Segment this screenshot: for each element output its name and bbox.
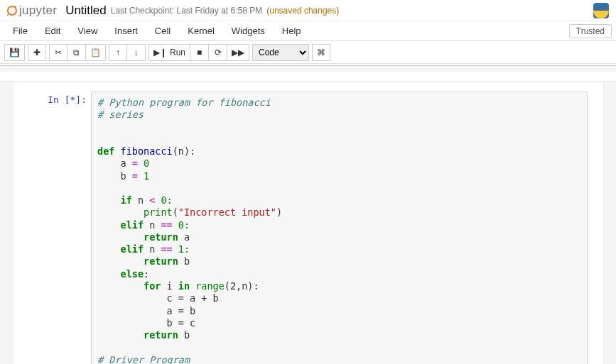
fast-forward-icon: ▶▶: [232, 48, 244, 57]
stop-icon: ■: [197, 48, 202, 57]
menu-help[interactable]: Help: [274, 22, 310, 40]
move-up-button[interactable]: ↑: [109, 44, 127, 61]
save-button[interactable]: 💾: [4, 44, 25, 61]
menu-view[interactable]: View: [69, 22, 106, 40]
notebook-scroll[interactable]: In [*]: # Python program for fibonacci #…: [0, 65, 616, 364]
jupyter-logo: jupyter: [7, 4, 57, 18]
copy-button[interactable]: ⧉: [67, 44, 86, 61]
plus-icon: ✚: [33, 48, 40, 57]
jupyter-logo-text: jupyter: [19, 4, 57, 18]
run-icon: ▶❙: [153, 48, 167, 57]
menu-file[interactable]: File: [4, 22, 36, 40]
unsaved-text: (unsaved changes): [266, 6, 339, 16]
header-bar: jupyter Untitled Last Checkpoint: Last F…: [0, 0, 616, 21]
cut-button[interactable]: ✂: [49, 44, 67, 61]
notebook-title[interactable]: Untitled: [65, 4, 107, 18]
code-editor[interactable]: # Python program for fibonacci # series …: [91, 92, 588, 364]
restart-run-button[interactable]: ▶▶: [227, 44, 249, 61]
add-cell-button[interactable]: ✚: [28, 44, 46, 61]
run-label: Run: [170, 48, 185, 57]
cut-icon: ✂: [55, 48, 62, 57]
menu-widgets[interactable]: Widgets: [223, 22, 274, 40]
toolbar: 💾 ✚ ✂ ⧉ 📋 ↑ ↓ ▶❙ Run ■ ⟳ ▶▶ Code ⌘: [0, 41, 616, 64]
stop-button[interactable]: ■: [190, 44, 209, 61]
menu-insert[interactable]: Insert: [106, 22, 146, 40]
restart-icon: ⟳: [215, 48, 222, 57]
keyboard-icon: ⌘: [317, 48, 325, 57]
menubar: File Edit View Insert Cell Kernel Widget…: [0, 21, 616, 41]
jupyter-orb-icon: [7, 6, 17, 16]
arrow-down-icon: ↓: [134, 48, 139, 57]
move-down-button[interactable]: ↓: [127, 44, 146, 61]
run-button[interactable]: ▶❙ Run: [148, 44, 190, 61]
python-kernel-icon: [593, 3, 609, 18]
trusted-badge[interactable]: Trusted: [569, 24, 612, 38]
cell-type-select[interactable]: Code: [252, 44, 309, 61]
command-palette-button[interactable]: ⌘: [312, 44, 330, 61]
menu-edit[interactable]: Edit: [36, 22, 69, 40]
input-prompt: In [*]:: [13, 92, 91, 364]
copy-icon: ⧉: [73, 48, 80, 57]
paste-icon: 📋: [90, 48, 101, 57]
arrow-up-icon: ↑: [116, 48, 120, 57]
menu-kernel[interactable]: Kernel: [179, 22, 223, 40]
checkpoint-text: Last Checkpoint: Last Friday at 6:58 PM: [111, 6, 262, 16]
notebook-container: In [*]: # Python program for fibonacci #…: [13, 82, 603, 364]
save-icon: 💾: [9, 48, 20, 57]
menu-cell[interactable]: Cell: [146, 22, 179, 40]
code-cell[interactable]: In [*]: # Python program for fibonacci #…: [13, 89, 603, 364]
restart-button[interactable]: ⟳: [209, 44, 227, 61]
paste-button[interactable]: 📋: [86, 44, 106, 61]
